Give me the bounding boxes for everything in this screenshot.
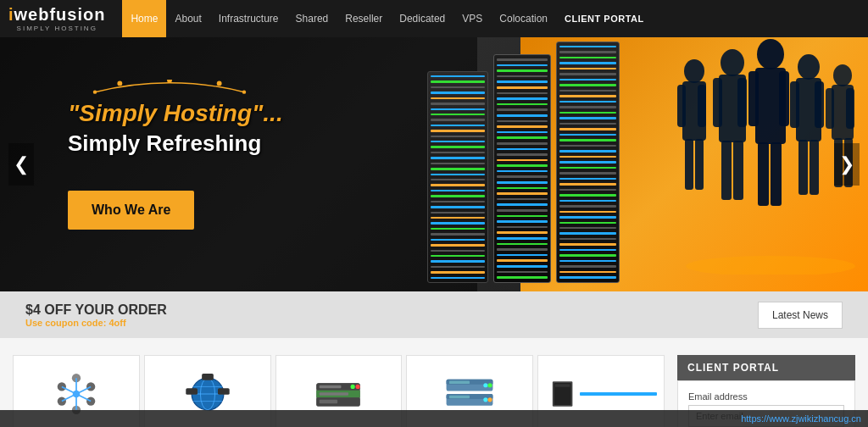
svg-point-63 <box>356 385 360 389</box>
svg-rect-55 <box>218 388 230 395</box>
promo-title: $4 OFF YOUR ORDER <box>25 302 167 318</box>
svg-rect-3 <box>698 85 706 127</box>
svg-point-74 <box>484 397 488 402</box>
svg-rect-26 <box>826 88 834 129</box>
server-rack-2 <box>493 54 551 283</box>
nav-colocation[interactable]: Colocation <box>491 0 556 37</box>
header: iwebfusion SIMPLY HOSTING Home About Inf… <box>0 0 868 37</box>
nav-client-portal[interactable]: CLIENT PORTAL <box>556 0 653 37</box>
colocation-hosting-item: ColocationHosting Send us your hardware … <box>537 355 665 427</box>
vps-hosting-icon <box>414 364 526 424</box>
svg-rect-10 <box>721 141 732 200</box>
colocation-hosting-icon <box>545 364 657 424</box>
hero-section: "Simply Hosting"... Simply Refreshing Wh… <box>0 37 868 291</box>
svg-point-30 <box>686 256 855 274</box>
email-label: Email address <box>688 391 844 402</box>
vps-icon-svg <box>444 369 495 419</box>
svg-point-62 <box>351 385 355 389</box>
svg-point-12 <box>757 39 784 69</box>
dedicated-hosting-icon <box>283 364 395 424</box>
svg-rect-5 <box>695 139 704 190</box>
vps-hosting-item: VPSHosting Dedicated resources with virt… <box>406 355 533 427</box>
portal-header: CLIENT PORTAL <box>677 355 855 380</box>
shared-hosting-item: SharedHosting Secure, modern, fast, and … <box>13 355 140 427</box>
dedicated-hosting-item: DedicatedHosting Simply Dedicated! Simpl… <box>275 355 403 427</box>
svg-point-75 <box>488 397 492 402</box>
svg-rect-73 <box>449 396 470 398</box>
svg-rect-68 <box>449 381 470 384</box>
hero-arc-decoration <box>59 80 280 98</box>
svg-rect-16 <box>758 142 769 206</box>
svg-rect-4 <box>685 139 693 190</box>
brand-name: iwebfusion <box>8 5 105 25</box>
hero-content: "Simply Hosting"... Simply Refreshing Wh… <box>68 88 283 230</box>
promo-subtitle-text: Use coupon code: <box>25 318 106 328</box>
svg-point-35 <box>217 80 222 86</box>
hero-subtitle: Simply Refreshing <box>68 130 283 157</box>
shared-hosting-icon <box>20 364 132 424</box>
nav-infrastructure[interactable]: Infrastructure <box>210 0 287 37</box>
hero-next-arrow[interactable]: ❯ <box>834 143 860 186</box>
brand-tagline: SIMPLY HOSTING <box>17 25 97 32</box>
svg-rect-8 <box>713 78 722 127</box>
shared-icon-svg <box>51 369 102 419</box>
svg-rect-61 <box>320 385 342 388</box>
svg-rect-64 <box>320 392 348 395</box>
svg-point-6 <box>721 49 744 76</box>
dedicated-icon-svg <box>313 369 364 419</box>
svg-rect-65 <box>320 400 337 403</box>
nav-reseller[interactable]: Reseller <box>337 0 391 37</box>
svg-rect-54 <box>186 388 198 395</box>
who-we-are-button[interactable]: Who We Are <box>68 191 194 230</box>
svg-rect-21 <box>815 81 824 128</box>
silhouettes-svg <box>669 37 855 274</box>
client-portal: CLIENT PORTAL Email address Password LOG… <box>677 355 855 427</box>
promo-text: $4 OFF YOUR ORDER Use coupon code: 4off <box>25 302 167 328</box>
portal-body: Email address Password LOGIN <box>677 380 855 427</box>
svg-rect-11 <box>733 141 743 200</box>
nav-home[interactable]: Home <box>122 0 166 37</box>
promo-bar: $4 OFF YOUR ORDER Use coupon code: 4off … <box>0 291 868 338</box>
logo: iwebfusion SIMPLY HOSTING <box>8 5 105 32</box>
promo-subtitle: Use coupon code: 4off <box>25 318 167 328</box>
email-input[interactable] <box>688 405 844 427</box>
svg-point-70 <box>488 383 492 387</box>
svg-rect-22 <box>798 140 808 195</box>
promo-code: 4off <box>108 318 125 328</box>
hero-tagline: "Simply Hosting"... <box>68 100 283 127</box>
server-rack-3 <box>556 42 620 283</box>
svg-rect-14 <box>748 71 759 126</box>
brand-main: webfusion <box>14 5 106 24</box>
svg-rect-20 <box>790 81 799 128</box>
svg-rect-17 <box>771 142 782 206</box>
reseller-icon-svg <box>182 369 233 419</box>
hero-servers-visual <box>427 54 682 283</box>
hero-prev-arrow[interactable]: ❮ <box>8 143 34 186</box>
svg-rect-27 <box>846 88 854 129</box>
main-content: SharedHosting Secure, modern, fast, and … <box>0 338 868 427</box>
main-nav: Home About Infrastructure Shared Reselle… <box>122 0 652 37</box>
svg-rect-15 <box>779 71 789 126</box>
svg-point-31 <box>93 90 97 93</box>
svg-point-24 <box>833 64 852 86</box>
reseller-hosting-icon <box>152 364 264 424</box>
nav-about[interactable]: About <box>166 0 209 37</box>
colocation-icon-svg <box>545 369 580 419</box>
svg-point-33 <box>117 80 122 86</box>
latest-news-button[interactable]: Latest News <box>758 302 843 329</box>
nav-dedicated[interactable]: Dedicated <box>391 0 453 37</box>
svg-rect-2 <box>677 85 686 127</box>
nav-shared[interactable]: Shared <box>287 0 337 37</box>
svg-point-0 <box>684 59 704 83</box>
svg-point-69 <box>484 383 488 387</box>
server-rack-1 <box>427 71 488 283</box>
svg-point-18 <box>798 54 820 80</box>
nav-vps[interactable]: VPS <box>453 0 491 37</box>
svg-rect-78 <box>555 384 570 387</box>
svg-rect-23 <box>810 140 819 195</box>
svg-rect-56 <box>202 374 214 380</box>
hosting-grid: SharedHosting Secure, modern, fast, and … <box>13 355 665 427</box>
reseller-hosting-item: ResellerHosting Everything you need to p… <box>144 355 271 427</box>
svg-rect-9 <box>737 78 747 127</box>
svg-point-32 <box>242 90 246 93</box>
